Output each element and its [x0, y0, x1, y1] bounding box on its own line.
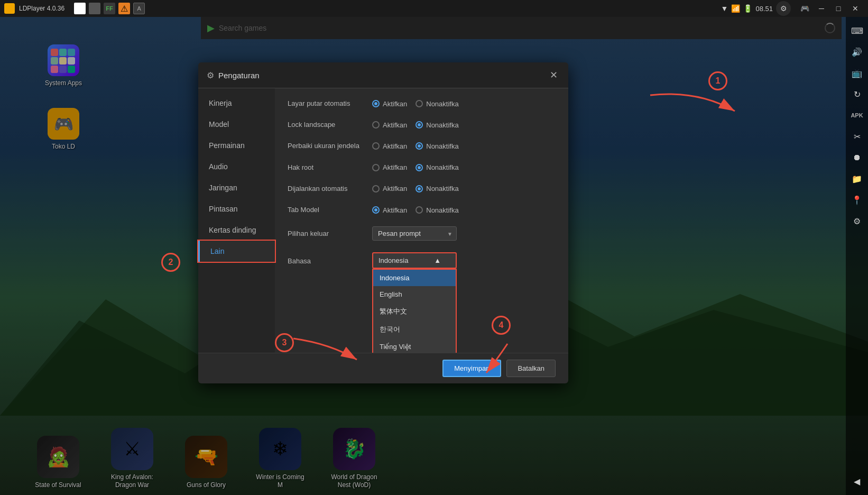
nav-kinerja[interactable]: Kinerja [198, 93, 275, 114]
titlebar: LD LDPlayer 4.0.36 FF ⚠ A ▼ 📶 🔋 08.51 ⚙ … [0, 0, 868, 17]
radio-hak-root: Aktifkan Nonaktifka [372, 163, 459, 171]
system-time: 08.51 [755, 5, 773, 13]
desktop: LD LDPlayer 4.0.36 FF ⚠ A ▼ 📶 🔋 08.51 ⚙ … [0, 0, 868, 495]
settings-dialog: ⚙ Pengaturan ✕ Kinerja Model Permainan A… [198, 62, 568, 383]
dialog-nav: Kinerja Model Permainan Audio Jaringan P… [198, 88, 275, 353]
select-pilihan-keluar-wrapper: Pesan prompt ▼ [372, 226, 457, 241]
save-button[interactable]: Menyimpan [442, 360, 501, 377]
language-dropdown: Indonesia English 繁体中文 한국어 Tiếng Việt ไท… [372, 269, 457, 353]
taskbar-a-icon[interactable]: A [133, 3, 145, 14]
radio-btn-nonaktif-perbaiki [415, 142, 423, 150]
radio-nonaktif-tab[interactable]: Nonaktifka [415, 206, 458, 214]
radio-aktifkan-lock[interactable]: Aktifkan [372, 121, 407, 129]
label-layar-putar: Layar putar otomatis [288, 99, 372, 108]
radio-perbaiki-ukuran: Aktifkan Nonaktifka [372, 142, 459, 150]
setting-layar-putar: Layar putar otomatis Aktifkan Nonaktifka [288, 99, 556, 108]
taskbar-white-icon[interactable] [74, 3, 86, 14]
nav-permainan[interactable]: Permainan [198, 135, 275, 156]
dialog-gear-icon: ⚙ [207, 70, 214, 80]
nav-pintasan[interactable]: Pintasan [198, 198, 275, 219]
radio-nonaktif-lock[interactable]: Nonaktifka [415, 121, 458, 129]
taskbar-grey-icon[interactable] [89, 3, 100, 14]
rotate-btn[interactable]: ↻ [847, 85, 866, 104]
dialog-content: Layar putar otomatis Aktifkan Nonaktifka [275, 88, 568, 353]
dialog-close-btn[interactable]: ✕ [547, 69, 560, 81]
label-tab-model: Tab Model [288, 205, 372, 215]
lang-dropdown-arrow: ▲ [434, 256, 441, 264]
label-dijalankan: Dijalankan otomatis [288, 184, 372, 194]
dialog-title: Pengaturan [218, 71, 260, 80]
radio-btn-nonaktif-tab [415, 206, 423, 214]
radio-btn-aktifkan-lock [372, 121, 380, 129]
radio-nonaktif-perbaiki[interactable]: Nonaktifka [415, 142, 458, 150]
system-tray: ▼ 📶 🔋 08.51 ⚙ [721, 1, 791, 16]
maximize-btn[interactable]: □ [830, 0, 847, 17]
radio-btn-nonaktif-root [415, 164, 423, 171]
scissors-btn[interactable]: ✂ [847, 127, 866, 146]
radio-aktifkan-dijalankan[interactable]: Aktifkan [372, 185, 407, 192]
radio-aktifkan-layar[interactable]: Aktifkan [372, 100, 407, 108]
record-btn[interactable]: ⏺ [847, 148, 866, 167]
dialog-body: Kinerja Model Permainan Audio Jaringan P… [198, 88, 568, 353]
right-sidebar: ⌨ 🔊 📺 ↻ APK ✂ ⏺ 📁 📍 ⚙ ◀ [846, 17, 868, 495]
radio-btn-aktifkan-dijalankan [372, 185, 380, 192]
folder-btn[interactable]: 📁 [847, 169, 866, 188]
app-logo: LD [4, 3, 15, 14]
nav-model[interactable]: Model [198, 114, 275, 135]
minimize-btn[interactable]: ─ [813, 0, 830, 17]
volume-btn[interactable]: 🔊 [847, 42, 866, 61]
radio-btn-aktifkan-tab [372, 206, 380, 214]
radio-aktifkan-tab[interactable]: Aktifkan [372, 206, 407, 214]
radio-dijalankan: Aktifkan Nonaktifka [372, 185, 459, 192]
lang-option-chinese[interactable]: 繁体中文 [373, 302, 456, 320]
label-hak-root: Hak root [288, 163, 372, 172]
dialog-footer: Menyimpan Batalkan [198, 353, 568, 383]
apk-btn[interactable]: APK [847, 106, 866, 125]
keyboard-btn[interactable]: ⌨ [847, 21, 866, 40]
nav-jaringan[interactable]: Jaringan [198, 177, 275, 198]
lang-option-english[interactable]: English [373, 286, 456, 302]
cancel-button[interactable]: Batalkan [506, 360, 556, 377]
taskbar-ff-icon[interactable]: FF [104, 3, 115, 14]
select-pilihan-keluar[interactable]: Pesan prompt [372, 226, 457, 241]
nav-audio[interactable]: Audio [198, 156, 275, 177]
sidebar-settings-btn[interactable]: ⚙ [847, 212, 866, 231]
signal-icon: 📶 [731, 4, 740, 13]
nav-kertas-dinding[interactable]: Kertas dinding [198, 219, 275, 241]
radio-nonaktif-layar[interactable]: Nonaktifka [415, 100, 458, 108]
radio-nonaktif-root[interactable]: Nonaktifka [415, 163, 458, 171]
setting-hak-root: Hak root Aktifkan Nonaktifka [288, 163, 556, 172]
app-title: LDPlayer 4.0.36 [19, 5, 64, 12]
tray-settings-btn[interactable]: ⚙ [776, 1, 791, 16]
expand-btn[interactable]: ◀ [847, 472, 866, 491]
language-value: Indonesia [378, 256, 408, 264]
setting-perbaiki-ukuran: Perbaiki ukuran jendela Aktifkan Nonakti… [288, 141, 556, 151]
label-lock-landscape: Lock landscape [288, 120, 372, 130]
radio-btn-nonaktif-lock [415, 121, 423, 129]
titlebar-left: LD LDPlayer 4.0.36 FF ⚠ A [4, 3, 145, 14]
dialog-title-row: ⚙ Pengaturan [207, 70, 260, 80]
label-pilihan-keluar: Pilihan keluar [288, 229, 372, 239]
gamepad-icon[interactable]: 🎮 [796, 0, 813, 17]
radio-nonaktif-dijalankan[interactable]: Nonaktifka [415, 185, 458, 192]
taskbar-warning-icon[interactable]: ⚠ [118, 3, 130, 14]
label-perbaiki-ukuran: Perbaiki ukuran jendela [288, 141, 372, 151]
close-btn[interactable]: ✕ [847, 0, 864, 17]
wifi-icon: ▼ [721, 4, 728, 13]
setting-tab-model: Tab Model Aktifkan Nonaktifka [288, 205, 556, 215]
language-selected[interactable]: Indonesia ▲ [372, 252, 457, 269]
radio-lock-landscape: Aktifkan Nonaktifka [372, 121, 459, 129]
lang-option-vietnamese[interactable]: Tiếng Việt [373, 338, 456, 353]
nav-lain[interactable]: Lain [198, 241, 275, 262]
lang-option-indonesia[interactable]: Indonesia [373, 270, 456, 286]
radio-aktifkan-perbaiki[interactable]: Aktifkan [372, 142, 407, 150]
radio-btn-nonaktif-dijalankan [415, 185, 423, 192]
radio-aktifkan-root[interactable]: Aktifkan [372, 163, 407, 171]
battery-icon: 🔋 [743, 4, 752, 13]
window-controls: 🎮 ─ □ ✕ [796, 0, 864, 17]
location-btn[interactable]: 📍 [847, 190, 866, 209]
setting-dijalankan: Dijalankan otomatis Aktifkan Nonaktifka [288, 184, 556, 194]
language-dropdown-wrapper: Indonesia ▲ Indonesia English 繁体中文 한국어 T… [372, 252, 457, 269]
screen-btn[interactable]: 📺 [847, 63, 866, 82]
lang-option-korean[interactable]: 한국어 [373, 320, 456, 338]
